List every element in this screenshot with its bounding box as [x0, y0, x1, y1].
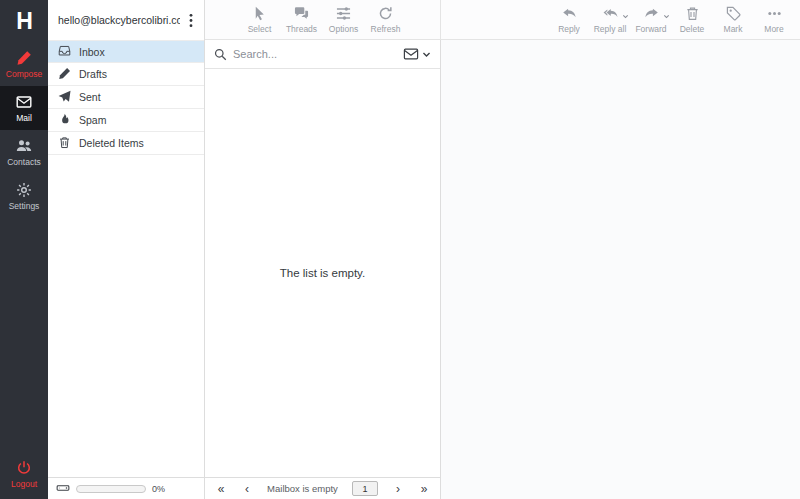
- refresh-label: Refresh: [371, 24, 401, 34]
- account-row: hello@blackcybercolibri.com: [48, 0, 204, 40]
- paper-plane-icon: [58, 90, 71, 105]
- cursor-icon: [252, 6, 267, 21]
- select-button[interactable]: Select: [240, 0, 280, 39]
- folder-label: Inbox: [79, 46, 105, 58]
- storage-icon: [56, 481, 70, 497]
- logo-letter: H: [16, 8, 32, 35]
- inbox-icon: [58, 44, 71, 59]
- forward-dropdown-icon[interactable]: [663, 13, 670, 20]
- content-area: The list is empty. « ‹ Mailbox is empty …: [205, 40, 800, 499]
- folder-sent[interactable]: Sent: [48, 86, 204, 109]
- toolbar-list-actions: Select Threads Options Refresh: [205, 0, 441, 39]
- page-number-input[interactable]: [352, 481, 378, 496]
- first-page-button[interactable]: «: [215, 483, 227, 495]
- preview-pane: [441, 40, 800, 499]
- main-area: Select Threads Options Refresh: [205, 0, 800, 499]
- search-scope-selector[interactable]: [403, 46, 431, 62]
- threads-label: Threads: [286, 24, 317, 34]
- reply-all-button[interactable]: Reply all: [590, 0, 630, 39]
- toolbar: Select Threads Options Refresh: [205, 0, 800, 40]
- delete-button[interactable]: Delete: [672, 0, 712, 39]
- quota-percent: 0%: [152, 484, 165, 494]
- pagination-bar: « ‹ Mailbox is empty › »: [205, 477, 440, 499]
- folder-deleted-items[interactable]: Deleted Items: [48, 132, 204, 155]
- chat-bubbles-icon: [294, 6, 309, 21]
- refresh-button[interactable]: Refresh: [366, 0, 406, 39]
- folder-spam[interactable]: Spam: [48, 109, 204, 132]
- mail-label: Mail: [16, 113, 32, 123]
- settings-label: Settings: [9, 201, 40, 211]
- forward-icon: [644, 6, 659, 21]
- trash-icon: [58, 136, 71, 151]
- folder-panel: hello@blackcybercolibri.com Inbox Drafts…: [48, 0, 205, 499]
- ellipsis-icon: [767, 6, 782, 21]
- mark-button[interactable]: Mark: [713, 0, 753, 39]
- sidebar-item-settings[interactable]: Settings: [0, 174, 48, 218]
- folder-label: Sent: [79, 91, 101, 103]
- delete-label: Delete: [680, 24, 705, 34]
- reply-label: Reply: [558, 24, 580, 34]
- forward-button[interactable]: Forward: [631, 0, 671, 39]
- folder-label: Spam: [79, 114, 106, 126]
- kebab-menu-icon[interactable]: [184, 12, 198, 28]
- reply-icon: [562, 6, 577, 21]
- reply-all-label: Reply all: [594, 24, 627, 34]
- mark-label: Mark: [724, 24, 743, 34]
- chevron-down-icon: [422, 50, 431, 59]
- search-icon[interactable]: [214, 48, 227, 61]
- contacts-label: Contacts: [7, 157, 41, 167]
- folder-inbox[interactable]: Inbox: [48, 40, 204, 63]
- taskbar: H Compose Mail Contacts Settings Logout: [0, 0, 48, 499]
- flame-icon: [58, 113, 71, 128]
- quota-progressbar: [76, 485, 146, 493]
- sidebar-item-compose[interactable]: Compose: [0, 42, 48, 86]
- sliders-icon: [336, 6, 351, 21]
- taskbar-spacer: [0, 218, 48, 452]
- envelope-icon: [403, 46, 419, 62]
- logout-button[interactable]: Logout: [0, 452, 48, 499]
- mail-icon: [16, 94, 32, 110]
- more-label: More: [764, 24, 783, 34]
- logout-label: Logout: [11, 479, 37, 489]
- search-bar: [205, 40, 440, 69]
- folder-drafts[interactable]: Drafts: [48, 63, 204, 86]
- webmail-app: H Compose Mail Contacts Settings Logout …: [0, 0, 800, 499]
- select-label: Select: [248, 24, 272, 34]
- message-list-panel: The list is empty. « ‹ Mailbox is empty …: [205, 40, 441, 499]
- folder-label: Deleted Items: [79, 137, 144, 149]
- more-button[interactable]: More: [754, 0, 794, 39]
- sidebar-item-mail[interactable]: Mail: [0, 86, 48, 130]
- empty-list-message: The list is empty.: [205, 69, 440, 477]
- folder-list: Inbox Drafts Sent Spam Deleted Items: [48, 40, 204, 155]
- trash-icon: [685, 6, 700, 21]
- settings-gear-icon: [16, 182, 32, 198]
- reply-all-dropdown-icon[interactable]: [622, 13, 629, 20]
- compose-label: Compose: [6, 69, 42, 79]
- last-page-button[interactable]: »: [418, 483, 430, 495]
- quota-bar: 0%: [48, 477, 204, 499]
- contacts-icon: [16, 138, 32, 154]
- power-icon: [16, 460, 32, 476]
- forward-label: Forward: [635, 24, 666, 34]
- tag-icon: [726, 6, 741, 21]
- threads-button[interactable]: Threads: [282, 0, 322, 39]
- search-input[interactable]: [233, 48, 397, 60]
- refresh-icon: [378, 6, 393, 21]
- options-label: Options: [329, 24, 358, 34]
- account-email: hello@blackcybercolibri.com: [58, 14, 180, 26]
- reply-all-icon: [603, 6, 618, 21]
- next-page-button[interactable]: ›: [392, 483, 404, 495]
- sidebar-item-contacts[interactable]: Contacts: [0, 130, 48, 174]
- toolbar-message-actions: Reply Reply all Forward Delete: [441, 0, 800, 39]
- mailbox-status: Mailbox is empty: [267, 483, 338, 494]
- reply-button[interactable]: Reply: [549, 0, 589, 39]
- options-button[interactable]: Options: [324, 0, 364, 39]
- prev-page-button[interactable]: ‹: [241, 483, 253, 495]
- folder-label: Drafts: [79, 68, 107, 80]
- pencil-icon: [58, 67, 71, 82]
- app-logo[interactable]: H: [0, 0, 48, 42]
- compose-icon: [16, 50, 32, 66]
